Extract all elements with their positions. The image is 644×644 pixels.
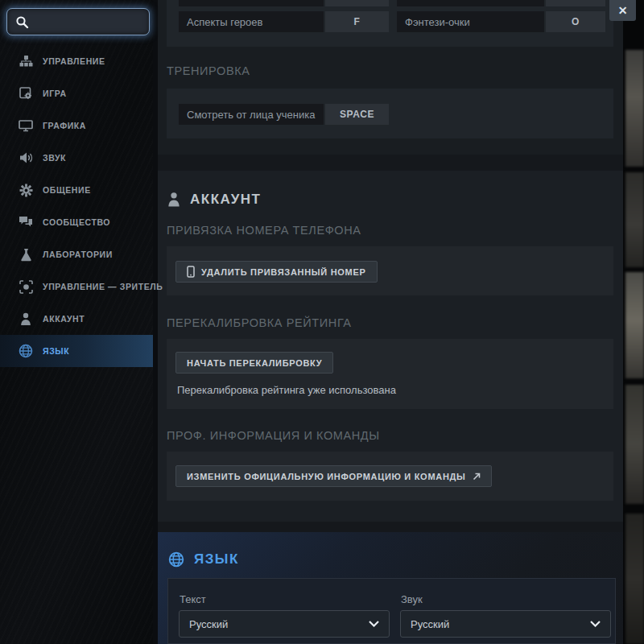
person-icon (167, 192, 180, 208)
text-language-value: Русский (189, 618, 228, 630)
start-recalibration-label: НАЧАТЬ ПЕРЕКАЛИБРОВКУ (187, 358, 322, 368)
language-section: ЯЗЫК Текст Русский Звук Русский (158, 532, 623, 644)
recalibration-heading: ПЕРЕКАЛИБРОВКА РЕЙТИНГА (167, 316, 352, 329)
training-heading: ТРЕНИРОВКА (167, 64, 250, 77)
background-thumbnail (625, 172, 644, 267)
edit-pro-info-label: ИЗМЕНИТЬ ОФИЦИАЛЬНУЮ ИНФОРМАЦИЮ И КОМАНД… (187, 472, 466, 481)
hotkey-keybind[interactable] (325, 0, 389, 6)
audio-language-value: Русский (411, 618, 449, 630)
remove-phone-label: УДАЛИТЬ ПРИВЯЗАННЫЙ НОМЕР (201, 267, 366, 277)
hotkeys-icon (18, 53, 34, 69)
spectator-icon (18, 279, 34, 295)
sidebar-item-label: ИГРА (43, 89, 67, 98)
pro-info-panel: ИЗМЕНИТЬ ОФИЦИАЛЬНУЮ ИНФОРМАЦИЮ И КОМАНД… (167, 452, 613, 501)
hotkeys-rows-panel: Аспекты героев F Фэнтези-очки O (167, 0, 613, 47)
sidebar-item-label: ЯЗЫК (43, 346, 69, 356)
training-panel: Смотреть от лица ученика SPACE (167, 89, 613, 138)
background-thumbnail (625, 50, 644, 167)
hotkey-label (397, 0, 544, 6)
hotkey-keybind[interactable]: F (325, 11, 389, 32)
sidebar-item-video[interactable]: ГРАФИКА (0, 109, 153, 142)
sidebar-item-label: АККАУНТ (43, 314, 85, 324)
account-title-text: АККАУНТ (190, 192, 261, 208)
globe-icon (18, 343, 34, 359)
phone-icon (187, 266, 195, 278)
background-thumbnail (625, 385, 644, 504)
recalibration-note: Перекалибровка рейтинга уже использована (177, 384, 396, 396)
sidebar-item-label: УПРАВЛЕНИЕ — ЗРИТЕЛЬ (43, 282, 163, 291)
text-language-label: Текст (180, 593, 206, 605)
phone-link-panel: УДАЛИТЬ ПРИВЯЗАННЫЙ НОМЕР (167, 246, 613, 295)
video-icon (18, 118, 34, 134)
sidebar-item-options[interactable]: ОБЩЕНИЕ (0, 174, 153, 206)
globe-icon (168, 551, 184, 568)
start-recalibration-button[interactable]: НАЧАТЬ ПЕРЕКАЛИБРОВКУ (175, 352, 333, 374)
phone-link-heading: ПРИВЯЗКА НОМЕРА ТЕЛЕФОНА (167, 224, 361, 237)
text-language-dropdown[interactable]: Русский (179, 610, 390, 638)
sidebar-item-label: УПРАВЛЕНИЕ (43, 56, 105, 66)
account-section-title: АККАУНТ (167, 192, 261, 208)
gear-icon (18, 182, 34, 198)
search-box[interactable] (6, 8, 150, 35)
language-section-title: ЯЗЫК (168, 551, 239, 568)
audio-language-label: Звук (401, 593, 423, 605)
close-button[interactable]: ✕ (609, 0, 636, 21)
language-panel: Текст Русский Звук Русский (167, 578, 616, 644)
sidebar-item-audio[interactable]: ЗВУК (0, 142, 153, 174)
background-thumbnail (625, 272, 644, 378)
sidebar-item-label: ЛАБОРАТОРИИ (43, 250, 113, 259)
sidebar-item-account[interactable]: АККАУНТ (0, 303, 153, 335)
pro-info-heading: ПРОФ. ИНФОРМАЦИЯ И КОМАНДЫ (167, 429, 380, 442)
hotkey-row-partial (167, 0, 613, 6)
external-link-icon (473, 473, 481, 481)
hotkey-keybind[interactable]: O (546, 11, 605, 32)
recalibration-panel: НАЧАТЬ ПЕРЕКАЛИБРОВКУ Перекалибровка рей… (167, 339, 613, 409)
audio-language-dropdown[interactable]: Русский (400, 610, 611, 638)
sidebar-item-language[interactable]: ЯЗЫК (0, 335, 153, 367)
hotkey-keybind[interactable]: SPACE (325, 104, 389, 125)
sidebar-item-label: ЗВУК (43, 153, 66, 163)
search-icon (15, 15, 29, 29)
background-thumbnail (625, 514, 644, 644)
chevron-down-icon (590, 621, 601, 627)
hotkey-row: Аспекты героев F Фэнтези-очки O (167, 11, 613, 32)
hotkey-keybind[interactable] (546, 0, 605, 6)
sidebar-item-label: СООБЩЕСТВО (43, 217, 110, 227)
flask-icon (18, 246, 34, 262)
sidebar-item-label: ГРАФИКА (43, 121, 86, 130)
sidebar-item-label: ОБЩЕНИЕ (43, 185, 91, 195)
dashboard-background (623, 0, 644, 644)
hotkey-row: Смотреть от лица ученика SPACE (167, 104, 613, 125)
hotkey-label: Аспекты героев (179, 11, 324, 32)
sidebar-item-labs[interactable]: ЛАБОРАТОРИИ (0, 238, 153, 270)
remove-phone-button[interactable]: УДАЛИТЬ ПРИВЯЗАННЫЙ НОМЕР (175, 261, 378, 283)
person-icon (18, 311, 34, 327)
settings-sidebar: УПРАВЛЕНИЕ ИГРА ГРАФИКА ЗВУК ОБЩЕНИЕ (0, 0, 153, 644)
hotkey-label: Смотреть от лица ученика (179, 104, 324, 125)
sidebar-item-game[interactable]: ИГРА (0, 77, 153, 109)
hotkey-label: Фэнтези-очки (397, 11, 544, 32)
sidebar-nav: УПРАВЛЕНИЕ ИГРА ГРАФИКА ЗВУК ОБЩЕНИЕ (0, 45, 153, 367)
search-input[interactable] (35, 15, 143, 29)
sidebar-item-spectator[interactable]: УПРАВЛЕНИЕ — ЗРИТЕЛЬ (0, 270, 153, 303)
edit-pro-info-button[interactable]: ИЗМЕНИТЬ ОФИЦИАЛЬНУЮ ИНФОРМАЦИЮ И КОМАНД… (175, 465, 492, 487)
sidebar-item-community[interactable]: СООБЩЕСТВО (0, 206, 153, 238)
community-icon (18, 214, 34, 230)
close-icon: ✕ (618, 4, 628, 17)
sidebar-item-hotkeys[interactable]: УПРАВЛЕНИЕ (0, 45, 153, 77)
chevron-down-icon (369, 621, 379, 627)
game-icon (18, 85, 34, 101)
language-title-text: ЯЗЫК (194, 551, 239, 568)
hotkey-label (179, 0, 324, 6)
audio-icon (18, 150, 34, 166)
